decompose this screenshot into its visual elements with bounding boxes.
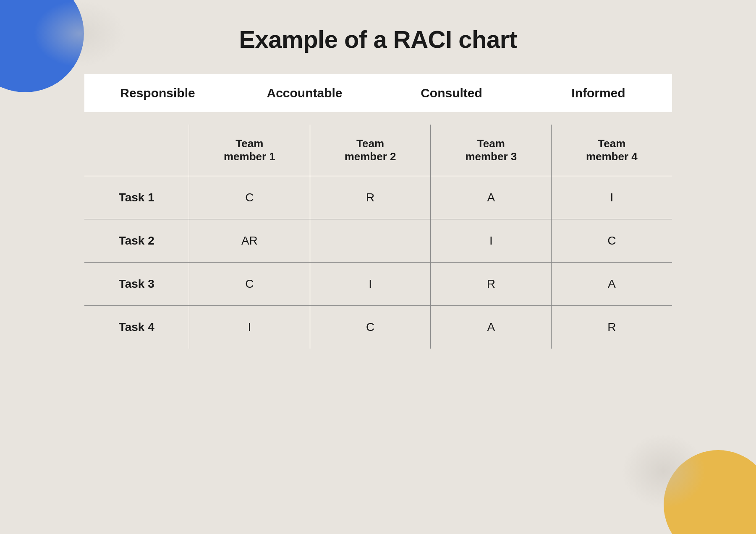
team-member-3-header: Teammember 3 [431, 125, 552, 176]
page-title: Example of a RACI chart [239, 25, 517, 53]
task-column-header [84, 125, 189, 176]
cell-t3-m2: I [310, 263, 431, 306]
cell-t3-m3: R [431, 263, 552, 306]
raci-table: Teammember 1 Teammember 2 Teammember 3 T… [84, 125, 672, 349]
cell-t4-m4: R [552, 306, 672, 349]
cell-t2-m2 [310, 219, 431, 263]
task-label: Task 3 [84, 263, 189, 306]
task-label: Task 2 [84, 219, 189, 263]
page-content: Example of a RACI chart Responsible Acco… [0, 0, 756, 349]
team-member-2-header: Teammember 2 [310, 125, 431, 176]
cell-t3-m4: A [552, 263, 672, 306]
cell-t1-m2: R [310, 176, 431, 219]
cell-t2-m4: C [552, 219, 672, 263]
role-informed: Informed [525, 86, 672, 100]
table-row: Task 3 C I R A [84, 263, 672, 306]
cell-t1-m1: C [189, 176, 310, 219]
team-member-4-header: Teammember 4 [552, 125, 672, 176]
cell-t1-m3: A [431, 176, 552, 219]
table-row: Task 2 AR I C [84, 219, 672, 263]
cell-t2-m3: I [431, 219, 552, 263]
cell-t4-m3: A [431, 306, 552, 349]
deco-marble-bottom [622, 433, 706, 509]
role-consulted: Consulted [378, 86, 525, 100]
cell-t3-m1: C [189, 263, 310, 306]
role-accountable: Accountable [231, 86, 378, 100]
raci-header: Responsible Accountable Consulted Inform… [84, 74, 672, 112]
cell-t4-m1: I [189, 306, 310, 349]
raci-table-wrapper: Teammember 1 Teammember 2 Teammember 3 T… [84, 125, 672, 349]
cell-t2-m1: AR [189, 219, 310, 263]
task-label: Task 1 [84, 176, 189, 219]
team-header-row: Teammember 1 Teammember 2 Teammember 3 T… [84, 125, 672, 176]
team-member-1-header: Teammember 1 [189, 125, 310, 176]
table-row: Task 1 C R A I [84, 176, 672, 219]
table-row: Task 4 I C A R [84, 306, 672, 349]
task-label: Task 4 [84, 306, 189, 349]
cell-t4-m2: C [310, 306, 431, 349]
role-responsible: Responsible [84, 86, 231, 100]
cell-t1-m4: I [552, 176, 672, 219]
